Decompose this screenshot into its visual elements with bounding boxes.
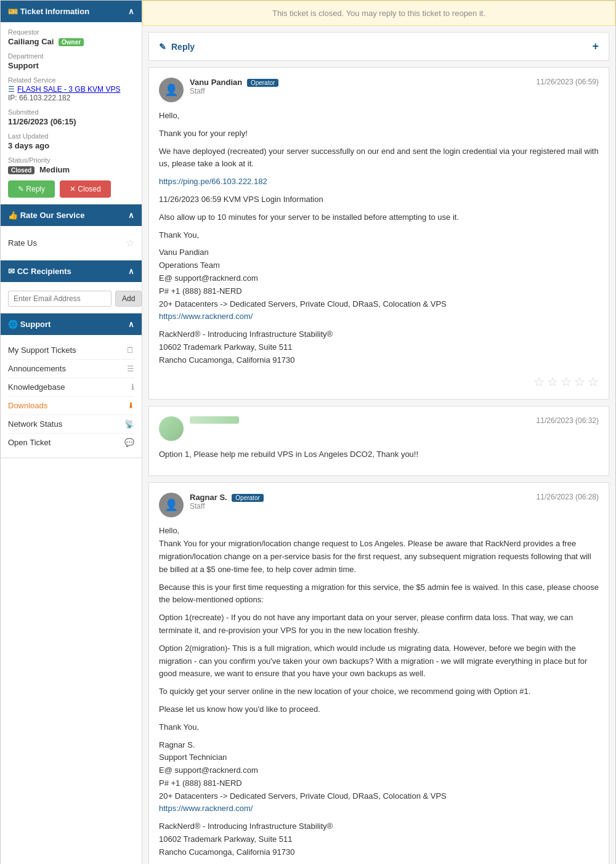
avatar-3: 👤 (159, 493, 184, 517)
avatar-1: 👤 (159, 78, 184, 102)
support-header[interactable]: 🌐 Support ∧ (1, 313, 142, 335)
status-badge: Closed (8, 166, 34, 174)
nav-icon-knowledgebase: ℹ (131, 382, 134, 392)
nav-icon-network-status: 📡 (124, 419, 134, 429)
related-service-label: Related Service (8, 76, 134, 84)
cc-add-button[interactable]: Add (115, 291, 142, 307)
department-value: Support (8, 61, 134, 70)
message-card-3: 👤 Ragnar S. Operator Staff 11/26/2023 (0… (148, 482, 609, 864)
last-updated-value: 3 days ago (8, 141, 134, 150)
closed-banner: This ticket is closed. You may reply to … (142, 1, 615, 26)
reply-bar-plus[interactable]: + (592, 40, 599, 53)
sender-info-2 (190, 416, 239, 426)
message-header-2: 11/26/2023 (06:32) (159, 416, 599, 441)
sender-role-1: Staff (190, 87, 278, 95)
message-body-2: Option 1, Please help me rebuild VPS in … (159, 448, 599, 461)
racknerd-link-3[interactable]: https://www.racknerd.com/ (159, 804, 253, 813)
reply-bar[interactable]: ✎ Reply + (148, 32, 609, 61)
rate-us-text: Rate Us (8, 238, 37, 248)
submitted-label: Submitted (8, 108, 134, 116)
support-section: 🌐 Support ∧ My Support Tickets 🗒 Announc… (1, 313, 142, 458)
nav-link-downloads[interactable]: Downloads (8, 401, 47, 410)
nav-link-open-ticket[interactable]: Open Ticket (8, 438, 51, 447)
reply-label: Reply (171, 42, 195, 52)
message-body-1: Hello, Thank you for your reply! We have… (159, 110, 599, 367)
ticket-info-body: Requestor Cailiang Cai Owner Department … (1, 22, 142, 204)
nav-item-downloads[interactable]: Downloads ⬇ (8, 397, 134, 415)
message-time-1: 11/26/2023 (06:59) (537, 78, 599, 86)
star-rating-1[interactable]: ☆ ☆ ☆ ☆ ☆ (159, 374, 599, 389)
ticket-info-header[interactable]: 🎫 Ticket Information ∧ (1, 1, 142, 22)
rate-service-chevron: ∧ (128, 211, 134, 220)
support-chevron: ∧ (128, 320, 134, 329)
department-row: Department Support (8, 52, 134, 70)
message-card-1: 👤 Vanu Pandian Operator Staff 11/26/2023… (148, 67, 609, 400)
cc-chevron: ∧ (128, 267, 134, 276)
sender-2 (159, 416, 239, 441)
ip-value: IP: 66.103.222.182 (8, 94, 134, 102)
rate-star-icon[interactable]: ☆ (126, 237, 134, 249)
cc-recipients-body: Add (1, 282, 142, 313)
related-service-row: Related Service ☰ FLASH SALE - 3 GB KVM … (8, 76, 134, 102)
rate-service-body: Rate Us ☆ (1, 226, 142, 260)
requestor-label: Requestor (8, 28, 134, 36)
ping-link[interactable]: https://ping.pe/66.103.222.182 (159, 177, 267, 186)
sender-info-3: Ragnar S. Operator Staff (190, 493, 264, 511)
nav-link-knowledgebase[interactable]: Knowledgebase (8, 382, 65, 392)
sender-1: 👤 Vanu Pandian Operator Staff (159, 78, 278, 102)
ticket-icon: 🎫 (8, 7, 18, 16)
star-1-1[interactable]: ☆ (533, 374, 545, 389)
service-name[interactable]: ☰ FLASH SALE - 3 GB KVM VPS (8, 85, 134, 94)
status-row: Status/Priority Closed Medium (8, 156, 134, 174)
thumbs-up-icon: 👍 (8, 211, 18, 220)
ticket-info-section: 🎫 Ticket Information ∧ Requestor Cailian… (1, 1, 142, 204)
requestor-row: Requestor Cailiang Cai Owner (8, 28, 134, 46)
sidebar: 🎫 Ticket Information ∧ Requestor Cailian… (1, 1, 142, 864)
message-body-3: Hello,Thank You for your migration/locat… (159, 525, 599, 858)
star-1-3[interactable]: ☆ (561, 374, 572, 389)
nav-link-announcements[interactable]: Announcements (8, 364, 66, 373)
cc-email-input[interactable] (8, 291, 111, 307)
racknerd-link-1[interactable]: https://www.racknerd.com/ (159, 312, 253, 321)
sender-3: 👤 Ragnar S. Operator Staff (159, 493, 264, 517)
nav-item-open-ticket[interactable]: Open Ticket 💬 (8, 434, 134, 451)
nav-link-network-status[interactable]: Network Status (8, 419, 62, 429)
support-icon: 🌐 (8, 320, 18, 329)
star-1-4[interactable]: ☆ (574, 374, 585, 389)
star-1-2[interactable]: ☆ (547, 374, 558, 389)
last-updated-row: Last Updated 3 days ago (8, 132, 134, 150)
submitted-value: 11/26/2023 (06:15) (8, 117, 134, 126)
ticket-info-label: Ticket Information (20, 7, 89, 16)
action-buttons: ✎ Reply ✕ Closed (8, 180, 134, 198)
main-content: This ticket is closed. You may reply to … (142, 1, 615, 864)
operator-badge-1: Operator (247, 79, 278, 87)
nav-item-announcements[interactable]: Announcements ☰ (8, 360, 134, 378)
support-label: Support (20, 320, 51, 329)
nav-item-knowledgebase[interactable]: Knowledgebase ℹ (8, 378, 134, 397)
ticket-info-chevron: ∧ (128, 7, 134, 16)
last-updated-label: Last Updated (8, 132, 134, 140)
operator-badge-3: Operator (232, 494, 263, 502)
rate-us-row: Rate Us ☆ (8, 232, 134, 254)
nav-link-my-tickets[interactable]: My Support Tickets (8, 345, 76, 355)
sender-info-1: Vanu Pandian Operator Staff (190, 78, 278, 95)
rate-service-header[interactable]: 👍 Rate Our Service ∧ (1, 204, 142, 226)
submitted-row: Submitted 11/26/2023 (06:15) (8, 108, 134, 126)
status-value: Closed Medium (8, 165, 134, 174)
message-time-3: 11/26/2023 (06:28) (537, 493, 599, 501)
department-label: Department (8, 52, 134, 60)
cc-recipients-header[interactable]: ✉ CC Recipients ∧ (1, 260, 142, 282)
pencil-icon: ✎ (159, 42, 166, 52)
sender-name-3: Ragnar S. Operator (190, 493, 264, 502)
closed-button[interactable]: ✕ Closed (60, 180, 111, 198)
nav-item-network-status[interactable]: Network Status 📡 (8, 415, 134, 434)
reply-button[interactable]: ✎ Reply (8, 180, 55, 198)
priority-value: Medium (39, 165, 70, 174)
nav-icon-downloads: ⬇ (128, 401, 134, 410)
nav-item-my-tickets[interactable]: My Support Tickets 🗒 (8, 341, 134, 360)
requestor-value: Cailiang Cai Owner (8, 37, 134, 46)
blurred-name-2 (190, 416, 239, 424)
support-nav: My Support Tickets 🗒 Announcements ☰ Kno… (1, 335, 142, 458)
star-1-5[interactable]: ☆ (588, 374, 599, 389)
cc-input-row: Add (8, 291, 134, 307)
